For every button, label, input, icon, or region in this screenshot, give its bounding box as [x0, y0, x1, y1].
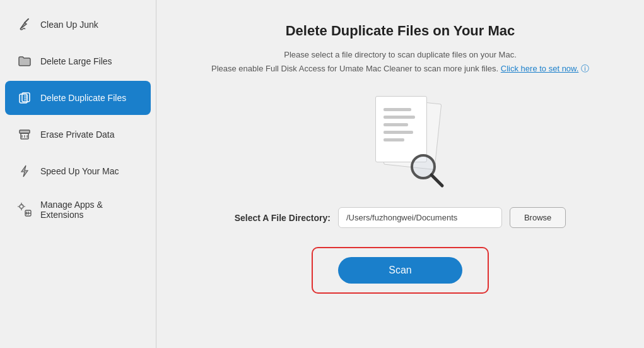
sidebar-item-speed-up-mac-label: Speed Up Your Mac	[40, 166, 119, 176]
sidebar: Clean Up Junk Delete Large Files Delete …	[0, 0, 156, 348]
sidebar-item-delete-duplicate-files[interactable]: Delete Duplicate Files	[5, 81, 151, 115]
sidebar-item-clean-up-junk[interactable]: Clean Up Junk	[5, 8, 151, 42]
directory-label: Select A File Directory:	[235, 213, 331, 223]
svg-point-12	[20, 205, 23, 208]
directory-row: Select A File Directory: Browse	[235, 207, 566, 228]
sidebar-item-manage-apps-label: Manage Apps & Extensions	[40, 200, 139, 220]
sidebar-item-manage-apps[interactable]: Manage Apps & Extensions	[5, 191, 151, 229]
sidebar-item-erase-private-data-label: Erase Private Data	[40, 129, 115, 140]
svg-marker-11	[21, 165, 28, 177]
scan-button[interactable]: Scan	[338, 257, 462, 284]
duplicate-files-illustration	[350, 93, 451, 188]
lightning-icon	[16, 163, 33, 179]
broom-icon	[16, 16, 33, 33]
sidebar-item-delete-large-files-label: Delete Large Files	[40, 56, 112, 66]
page-title: Delete Duplicate Files on Your Mac	[286, 23, 515, 39]
svg-line-22	[431, 175, 442, 186]
browse-button[interactable]: Browse	[510, 207, 566, 228]
scan-highlight-box: Scan	[312, 247, 488, 294]
main-content: Delete Duplicate Files on Your Mac Pleas…	[156, 0, 644, 348]
apps-icon	[16, 201, 33, 218]
sidebar-item-delete-large-files[interactable]: Delete Large Files	[5, 44, 151, 78]
sidebar-item-delete-duplicate-files-label: Delete Duplicate Files	[40, 93, 126, 103]
sidebar-item-clean-up-junk-label: Clean Up Junk	[40, 20, 98, 30]
sidebar-item-speed-up-mac[interactable]: Speed Up Your Mac	[5, 154, 151, 188]
folder-icon	[16, 53, 33, 69]
sidebar-item-erase-private-data[interactable]: Erase Private Data	[5, 117, 151, 152]
duplicate-icon	[16, 90, 33, 106]
full-disk-access-link[interactable]: Click here to set now.	[501, 64, 579, 73]
page-subtitle: Please select a file directory to scan d…	[211, 48, 589, 76]
directory-input[interactable]	[338, 207, 502, 228]
svg-line-0	[25, 19, 28, 23]
shredder-icon	[16, 126, 33, 143]
